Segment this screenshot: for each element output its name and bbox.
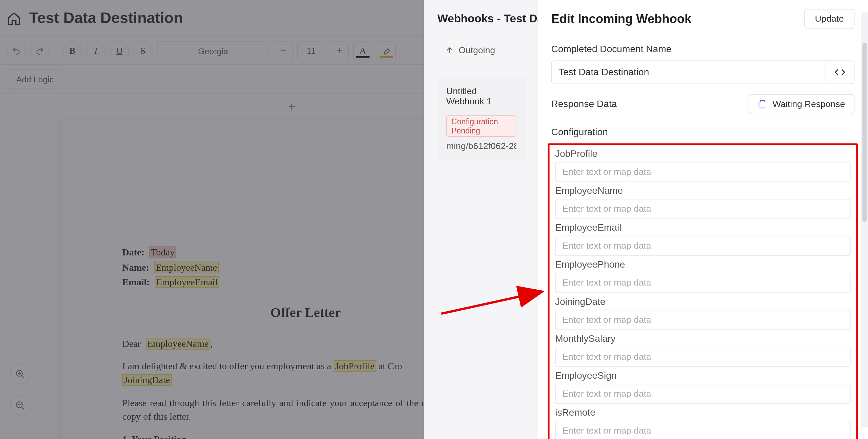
joiningdate-input[interactable] <box>555 310 850 330</box>
field-label: JoiningDate <box>555 296 850 308</box>
panel-title: Webhooks - Test Da <box>424 0 539 32</box>
jobprofile-input[interactable] <box>555 162 850 182</box>
employeesign-input[interactable] <box>555 384 850 404</box>
field-label: EmployeeSign <box>555 370 850 381</box>
field-label: EmployeePhone <box>555 259 850 271</box>
monthlysalary-input[interactable] <box>555 347 850 367</box>
configuration-label: Configuration <box>551 127 855 138</box>
employeename-input[interactable] <box>555 199 850 219</box>
isremote-input[interactable] <box>555 421 850 439</box>
edit-webhook-panel: Edit Incoming Webhook Update Completed D… <box>538 0 868 439</box>
update-button[interactable]: Update <box>804 9 854 29</box>
employeephone-input[interactable] <box>555 273 850 293</box>
doc-name-input[interactable] <box>552 61 825 83</box>
field-label: MonthlySalary <box>555 333 850 344</box>
waiting-label: Waiting Response <box>772 99 845 109</box>
code-icon[interactable] <box>825 61 854 83</box>
employeeemail-input[interactable] <box>555 236 850 256</box>
field-label: EmployeeEmail <box>555 223 850 234</box>
panel-title: Edit Incoming Webhook <box>551 12 692 26</box>
doc-name-label: Completed Document Name <box>551 44 855 55</box>
status-badge: Configuration Pending <box>446 116 516 137</box>
webhook-title: Untitled Webhook 1 <box>446 86 516 107</box>
field-label: JobProfile <box>555 148 850 160</box>
field-label: EmployeeName <box>555 185 850 196</box>
response-data-label: Response Data <box>551 99 617 110</box>
scrollbar-track[interactable] <box>861 12 868 427</box>
spinner-icon <box>758 100 767 108</box>
tab-label: Outgoing <box>459 45 495 56</box>
webhook-url-fragment: ming/b612f062-280f <box>446 141 516 151</box>
webhook-card[interactable]: Untitled Webhook 1 Configuration Pending… <box>437 77 526 160</box>
webhooks-panel: Webhooks - Test Da Outgoing Untitled Web… <box>424 0 539 439</box>
waiting-response-button[interactable]: Waiting Response <box>748 94 854 114</box>
configuration-fields: JobProfile EmployeeName EmployeeEmail Em… <box>548 143 858 439</box>
scrollbar-thumb[interactable] <box>862 43 867 222</box>
tab-outgoing[interactable]: Outgoing <box>445 45 495 56</box>
field-label: isRemote <box>555 407 850 418</box>
